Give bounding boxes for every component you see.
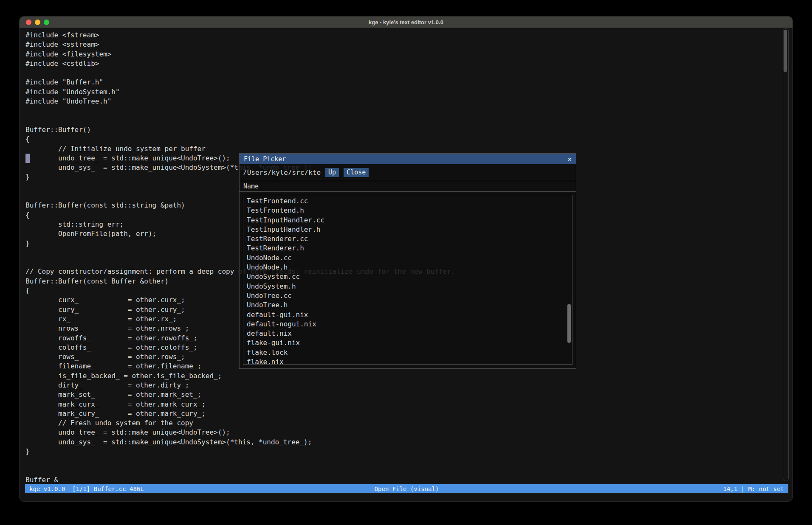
file-row[interactable]: default.nix bbox=[243, 329, 572, 338]
file-row[interactable]: UndoSystem.cc bbox=[243, 272, 572, 281]
file-row[interactable]: TestInputHandler.cc bbox=[243, 216, 572, 225]
file-row[interactable]: TestFrontend.cc bbox=[243, 197, 572, 206]
current-path: /Users/kyle/src/kte bbox=[243, 168, 321, 177]
file-row[interactable]: default-gui.nix bbox=[243, 310, 572, 320]
window-titlebar[interactable]: kge - kyle's text editor v1.0.0 bbox=[20, 17, 792, 28]
file-row[interactable]: TestFrontend.h bbox=[243, 206, 572, 215]
file-picker-dialog: File Picker ✕ /Users/kyle/src/kte Up Clo… bbox=[239, 153, 576, 369]
file-row[interactable]: UndoTree.cc bbox=[243, 291, 572, 300]
file-row[interactable]: TestRenderer.cc bbox=[243, 234, 572, 244]
up-button[interactable]: Up bbox=[325, 168, 339, 177]
close-button[interactable]: Close bbox=[344, 168, 369, 177]
file-row[interactable]: flake.nix bbox=[243, 357, 572, 365]
name-column-header: Name bbox=[243, 182, 259, 190]
file-row[interactable]: UndoNode.h bbox=[243, 263, 572, 272]
status-file-info: kge v1.0.0 [1/1] Buffer.cc 486L bbox=[29, 486, 144, 492]
text-cursor bbox=[25, 154, 30, 163]
file-row[interactable]: UndoSystem.h bbox=[243, 282, 572, 291]
file-row[interactable]: UndoNode.cc bbox=[243, 253, 572, 263]
file-row[interactable]: flake.lock bbox=[243, 348, 572, 357]
editor-window: kge - kyle's text editor v1.0.0 #include… bbox=[20, 17, 792, 501]
editor-scrollbar-thumb[interactable] bbox=[784, 30, 787, 72]
status-cursor-position: 14,1 | M: not set bbox=[723, 486, 784, 492]
file-picker-title: File Picker bbox=[244, 155, 286, 163]
file-picker-titlebar: File Picker ✕ bbox=[240, 154, 576, 164]
file-row[interactable]: TestRenderer.h bbox=[243, 244, 572, 253]
file-row[interactable]: flake-gui.nix bbox=[243, 338, 572, 348]
file-row[interactable]: UndoTree.h bbox=[243, 300, 572, 310]
close-icon[interactable]: ✕ bbox=[568, 155, 572, 163]
divider bbox=[240, 191, 576, 192]
editor-scrollbar[interactable] bbox=[783, 28, 789, 481]
file-list-scrollbar-thumb[interactable] bbox=[567, 304, 571, 343]
file-row[interactable]: TestInputHandler.h bbox=[243, 225, 572, 234]
status-bar: Open File (visual) kge v1.0.0 [1/1] Buff… bbox=[25, 484, 789, 494]
window-title: kge - kyle's text editor v1.0.0 bbox=[20, 19, 792, 25]
file-list[interactable]: TestFrontend.ccTestFrontend.hTestInputHa… bbox=[243, 195, 572, 365]
file-row[interactable]: default-nogui.nix bbox=[243, 320, 572, 329]
